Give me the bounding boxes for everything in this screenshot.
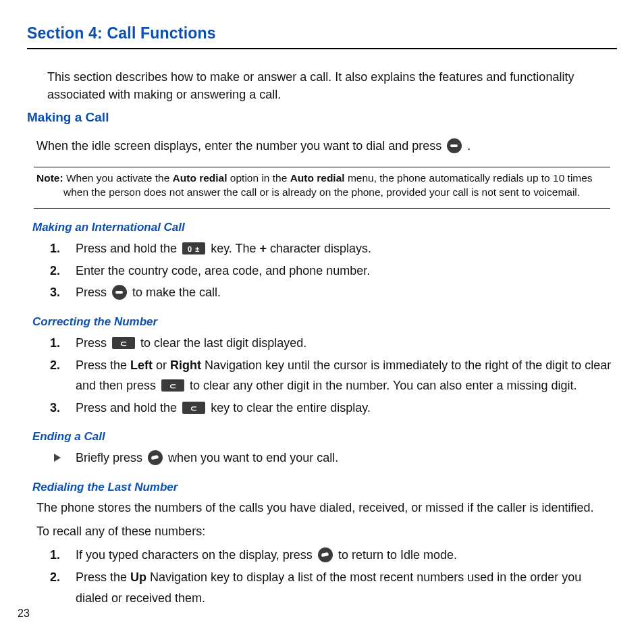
list-item: 2. Enter the country code, area code, an… [50, 261, 617, 281]
step-text: Press the [76, 570, 130, 584]
making-text-after: . [467, 139, 471, 153]
step-number: 3. [50, 398, 60, 419]
step-text: Navigation key to display a list of the … [76, 570, 581, 605]
list-item: 1. Press and hold the key. The + charact… [50, 238, 617, 259]
list-item: 3. Press and hold the key to clear the e… [50, 398, 617, 419]
step-text: Enter the country code, area code, and p… [76, 264, 370, 277]
redial-steps: 1. If you typed characters on the displa… [50, 545, 617, 608]
list-item: 1. If you typed characters on the displa… [50, 545, 617, 566]
plus-char: + [260, 242, 267, 255]
section-title: Section 4: Call Functions [27, 24, 617, 43]
step-text: Press and hold the [76, 401, 180, 414]
step-number: 3. [50, 282, 60, 303]
step-text: Press [76, 286, 110, 299]
step-text: or [153, 358, 170, 372]
end-text-before: Briefly press [76, 451, 146, 464]
left-key: Left [130, 358, 153, 372]
intl-call-heading: Making an International Call [32, 221, 617, 234]
step-text: key. The [211, 242, 259, 255]
clear-key-icon [182, 402, 205, 414]
call-key-icon [447, 138, 462, 153]
correcting-heading: Correcting the Number [32, 315, 617, 329]
redial-heading: Redialing the Last Number [32, 481, 617, 494]
zero-plus-key-icon [182, 242, 205, 254]
step-text: If you typed characters on the display, … [76, 548, 316, 562]
step-number: 1. [50, 333, 60, 354]
clear-key-icon [161, 379, 184, 392]
making-a-call-text: When the idle screen displays, enter the… [36, 137, 617, 155]
step-number: 1. [50, 238, 60, 259]
end-key-icon [148, 450, 163, 465]
making-text-before: When the idle screen displays, enter the… [36, 139, 445, 153]
redial-para-2: To recall any of these numbers: [36, 522, 617, 541]
clear-key-icon [112, 337, 135, 349]
title-underline [27, 48, 617, 49]
step-number: 2. [50, 261, 60, 281]
section-intro: This section describes how to make or an… [47, 68, 617, 103]
step-number: 1. [50, 545, 60, 566]
list-item: 2. Press the Left or Right Navigation ke… [50, 355, 617, 396]
list-item: 1. Press to clear the last digit display… [50, 333, 617, 354]
note-block: Note: When you activate the Auto redial … [36, 171, 608, 200]
note-text-1: When you activate the [66, 172, 173, 184]
step-text: Press [76, 336, 110, 350]
step-number: 2. [50, 355, 60, 376]
step-text: to clear the last digit displayed. [140, 336, 306, 350]
call-key-icon [112, 285, 127, 300]
list-item: 3. Press to make the call. [50, 282, 617, 303]
step-text: key to clear the entire display. [211, 401, 371, 414]
triangle-bullet-icon [54, 454, 61, 462]
note-label: Note: [36, 172, 63, 184]
note-top-rule [34, 167, 610, 167]
intl-call-steps: 1. Press and hold the key. The + charact… [50, 238, 617, 303]
right-key: Right [170, 358, 201, 372]
manual-page: Section 4: Call Functions This section d… [0, 0, 644, 644]
page-number: 23 [18, 608, 30, 620]
step-text: to make the call. [132, 286, 221, 299]
correcting-steps: 1. Press to clear the last digit display… [50, 333, 617, 418]
step-text: to return to Idle mode. [338, 548, 457, 562]
note-bottom-rule [34, 208, 610, 209]
note-text-2: option in the [227, 172, 290, 184]
up-key: Up [130, 570, 146, 584]
ending-call-line: Briefly press when you want to end your … [50, 448, 617, 468]
end-key-icon [318, 547, 333, 562]
redial-para-1: The phone stores the numbers of the call… [36, 498, 617, 518]
step-text: Press the [76, 358, 130, 372]
note-bold-2: Auto redial [290, 172, 345, 184]
step-text: character displays. [267, 242, 371, 255]
end-text-after: when you want to end your call. [168, 451, 338, 464]
step-text: to clear any other digit in the number. … [190, 379, 576, 392]
step-number: 2. [50, 567, 60, 588]
step-text: Press and hold the [76, 242, 180, 255]
list-item: 2. Press the Up Navigation key to displa… [50, 567, 617, 608]
note-bold-1: Auto redial [173, 172, 227, 184]
ending-call-heading: Ending a Call [32, 430, 617, 444]
making-a-call-heading: Making a Call [27, 110, 617, 125]
